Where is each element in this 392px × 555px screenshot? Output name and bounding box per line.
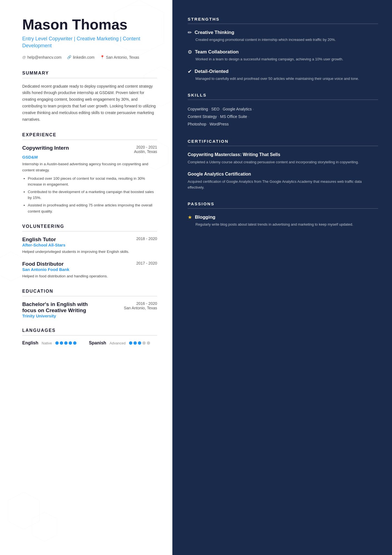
passion-title-0: Blogging [195, 214, 215, 220]
vol-title-1: Food Distributor [22, 261, 64, 267]
strength-item-2: ✔ Detail-Oriented Managed to carefully e… [188, 68, 378, 82]
skill-0: Copywriting [188, 107, 208, 111]
exp-entry-0: Copywriting Intern 2020 - 2021 Austin, T… [22, 145, 157, 214]
vol-header-1: Food Distributor 2017 - 2020 [22, 261, 157, 267]
skills-title: SKILLS [188, 93, 378, 100]
lang-level-0: Native [42, 341, 52, 345]
dot-0-3 [69, 341, 72, 345]
email-icon: @ [22, 55, 26, 59]
hex-deco-4 [0, 250, 25, 283]
location-icon: 📍 [100, 55, 105, 59]
passion-icon-0: ★ [188, 214, 192, 220]
left-column: Mason Thomas Entry Level Copywriter | Cr… [0, 0, 172, 555]
vol-header-0: English Tutor 2018 - 2020 [22, 236, 157, 243]
lang-dots-1 [129, 341, 150, 345]
languages-title: LANGUAGES [22, 328, 157, 336]
cert-desc-1: Acquired certification of Google Analyti… [188, 179, 378, 191]
skills-text: Copywriting · SEO · Google Analytics · C… [188, 105, 378, 128]
contact-row: @ help@enhancv.com 🔗 linkedin.com 📍 San … [22, 55, 157, 60]
volunteering-section: VOLUNTEERING English Tutor 2018 - 2020 A… [22, 224, 157, 279]
lang-dots-0 [55, 341, 76, 345]
cert-title-1: Google Analytics Certification [188, 171, 378, 177]
exp-job-title-0: Copywriting Intern [22, 145, 69, 151]
exp-bullet-0-0: Produced over 100 pieces of content for … [28, 176, 157, 188]
strength-item-0: ✏ Creative Thinking Created engaging pro… [188, 29, 378, 43]
strength-title-0: Creative Thinking [195, 30, 234, 35]
strength-header-2: ✔ Detail-Oriented [188, 68, 378, 75]
passion-header-0: ★ Blogging [188, 214, 378, 220]
strengths-title: STRENGTHS [188, 17, 378, 24]
vol-org-1: San Antonio Food Bank [22, 267, 157, 272]
strength-item-1: ⚙ Team Collaboration Worked in a team to… [188, 49, 378, 62]
header-section: Mason Thomas Entry Level Copywriter | Cr… [22, 17, 157, 60]
summary-title: SUMMARY [22, 71, 157, 78]
summary-text: Dedicated recent graduate ready to deplo… [22, 83, 157, 123]
skills-section: SKILLS Copywriting · SEO · Google Analyt… [188, 93, 378, 128]
linkedin-text: linkedin.com [73, 55, 95, 60]
vol-desc-1: Helped in food distribution and handling… [22, 273, 157, 279]
cert-item-1: Google Analytics Certification Acquired … [188, 171, 378, 190]
vol-desc-0: Helped underprivileged students in impro… [22, 249, 157, 255]
certification-title: CERTIFICATION [188, 139, 378, 146]
passions-title: PASSIONS [188, 201, 378, 209]
contact-email: @ help@enhancv.com [22, 55, 61, 60]
exp-date-loc-0: 2020 - 2021 Austin, Texas [134, 145, 157, 154]
contact-linkedin: 🔗 linkedin.com [67, 55, 95, 60]
education-title: EDUCATION [22, 289, 157, 296]
vol-date-1: 2017 - 2020 [136, 261, 157, 265]
dot-0-1 [60, 341, 63, 345]
contact-location: 📍 San Antonio, Texas [100, 55, 139, 60]
strengths-section: STRENGTHS ✏ Creative Thinking Created en… [188, 17, 378, 82]
strength-desc-0: Created engaging promotional content in … [188, 37, 378, 43]
edu-entry-0: Bachelor's in English with focus on Crea… [22, 301, 157, 318]
experience-title: EXPERIENCE [22, 132, 157, 140]
lang-item-0: English Native [22, 341, 76, 346]
lang-name-1: Spanish [89, 341, 106, 346]
skill-2: Google Analytics [223, 107, 252, 111]
lang-item-1: Spanish Advanced [89, 341, 150, 346]
exp-header-0: Copywriting Intern 2020 - 2021 Austin, T… [22, 145, 157, 154]
lang-name-0: English [22, 341, 38, 346]
svg-marker-4 [0, 252, 24, 281]
location-text: San Antonio, Texas [106, 55, 139, 60]
edu-location-0: San Antonio, Texas [124, 306, 157, 310]
edu-date-0: 2016 - 2020 [124, 301, 157, 306]
experience-section: EXPERIENCE Copywriting Intern 2020 - 202… [22, 132, 157, 214]
skill-1: SEO [211, 107, 220, 111]
strength-title-1: Team Collaboration [195, 49, 239, 55]
svg-marker-6 [32, 512, 57, 541]
dot-1-4 [147, 341, 150, 345]
dot-0-2 [64, 341, 68, 345]
strength-icon-1: ⚙ [188, 49, 192, 55]
exp-bullets-0: Produced over 100 pieces of content for … [22, 176, 157, 214]
dot-0-4 [73, 341, 76, 345]
strength-icon-0: ✏ [188, 29, 192, 36]
passions-section: PASSIONS ★ Blogging Regularly write blog… [188, 201, 378, 228]
link-icon: 🔗 [67, 55, 71, 59]
education-section: EDUCATION Bachelor's in English with foc… [22, 289, 157, 318]
lang-row: English Native Spanish Advanced [22, 341, 157, 346]
skill-6: WordPress [210, 122, 229, 126]
exp-bullet-0-2: Assisted in proofreading and editing 75 … [28, 202, 157, 214]
skill-3: Content Strategy [188, 114, 217, 119]
vol-org-0: After-School All-Stars [22, 243, 157, 247]
dot-0-0 [55, 341, 59, 345]
edu-degree-0: Bachelor's in English with focus on Crea… [22, 301, 103, 314]
skill-4: MS Office Suite [220, 114, 247, 119]
lang-level-1: Advanced [110, 341, 126, 345]
certification-section: CERTIFICATION Copywriting Masterclass: W… [188, 139, 378, 190]
cert-item-0: Copywriting Masterclass: Writing That Se… [188, 152, 378, 165]
cert-title-0: Copywriting Masterclass: Writing That Se… [188, 152, 378, 158]
vol-title-0: English Tutor [22, 236, 56, 243]
strength-desc-1: Worked in a team to design a successful … [188, 56, 378, 62]
strength-icon-2: ✔ [188, 68, 192, 75]
strength-header-1: ⚙ Team Collaboration [188, 49, 378, 55]
vol-date-0: 2018 - 2020 [136, 236, 157, 241]
hex-deco-6 [31, 511, 58, 544]
exp-location-0: Austin, Texas [134, 149, 157, 154]
passion-desc-0: Regularly write blog posts about latest … [188, 222, 378, 228]
edu-date-loc-0: 2016 - 2020 San Antonio, Texas [124, 301, 157, 310]
edu-header-0: Bachelor's in English with focus on Crea… [22, 301, 157, 314]
languages-section: LANGUAGES English Native Spanish Advanc [22, 328, 157, 346]
passion-item-0: ★ Blogging Regularly write blog posts ab… [188, 214, 378, 228]
